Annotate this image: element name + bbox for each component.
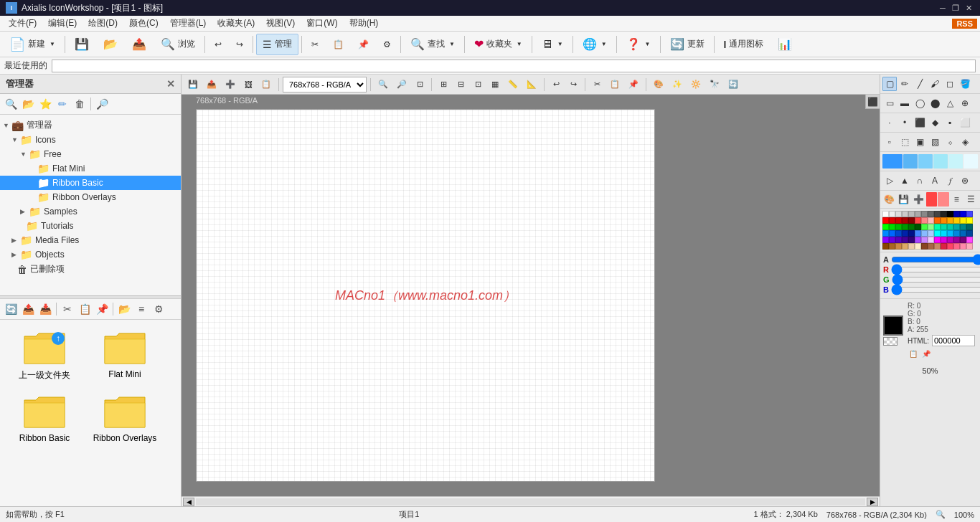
color-save-tool[interactable]: 💾 xyxy=(897,192,910,207)
green-slider[interactable] xyxy=(892,276,980,283)
canvas-add-btn[interactable]: ➕ xyxy=(222,77,239,92)
color-picker-tool[interactable]: 🎨 xyxy=(882,192,896,207)
color-list-tool[interactable]: ≡ xyxy=(950,192,963,207)
open-button[interactable]: 📂 xyxy=(97,34,124,55)
tool-extra[interactable]: ⊕ xyxy=(958,96,972,110)
canvas-format-select[interactable]: 768x768 - RGB/A xyxy=(283,77,367,92)
tree-item-ribbon-basic[interactable]: 📁 Ribbon Basic xyxy=(0,176,181,190)
paste-html-btn[interactable]: 📌 xyxy=(920,348,932,359)
tree-item-flat-mini[interactable]: 📁 Flat Mini xyxy=(0,161,181,176)
swatch-wheat[interactable] xyxy=(908,243,915,250)
swatch-blue[interactable] xyxy=(966,211,973,217)
swatch-cornflower[interactable] xyxy=(915,230,921,237)
menu-file[interactable]: 文件(F) xyxy=(3,16,42,31)
tree-item-root[interactable]: ▼ 💼 管理器 xyxy=(0,118,181,133)
swatch-light-pink[interactable] xyxy=(928,217,934,224)
mgr-bottom-btn8[interactable]: ≡ xyxy=(133,301,149,317)
swatch-red-dark[interactable] xyxy=(889,217,895,224)
swatch-maroon[interactable] xyxy=(902,217,908,224)
tool-eraser[interactable]: ◻ xyxy=(943,77,957,91)
swatch-orange-red[interactable] xyxy=(934,217,941,224)
tool-circle-fill[interactable]: ⬤ xyxy=(928,96,942,110)
swatch-camel[interactable] xyxy=(895,243,902,250)
swatch-purple-magenta[interactable] xyxy=(953,237,960,243)
swatch-gray-3[interactable] xyxy=(902,211,908,217)
tree-item-ribbon-overlays[interactable]: 📁 Ribbon Overlays xyxy=(0,190,181,204)
swatch-sky-blue[interactable] xyxy=(921,230,928,237)
export-button[interactable]: 📤 xyxy=(126,34,153,55)
menu-draw[interactable]: 绘图(D) xyxy=(83,16,123,31)
canvas-paste-btn[interactable]: 📌 xyxy=(625,77,642,92)
swatch-steel-blue[interactable] xyxy=(960,230,966,237)
color-btn-blue3[interactable] xyxy=(918,154,933,169)
mgr-bottom-btn3[interactable]: 📥 xyxy=(37,301,53,317)
tool-custom[interactable]: ⊛ xyxy=(958,174,972,188)
swatch-antique-white[interactable] xyxy=(915,243,921,250)
swatch-pink[interactable] xyxy=(921,217,928,224)
tool-pencil[interactable]: ✏ xyxy=(897,77,912,91)
swatch-gray-7[interactable] xyxy=(928,211,934,217)
canvas-copy2-btn[interactable]: 📋 xyxy=(606,77,623,92)
manage-button[interactable]: ☰ 管理 xyxy=(256,34,298,55)
tool-rect-outline[interactable]: ▭ xyxy=(882,96,897,110)
update-button[interactable]: 🔄 更新 xyxy=(664,34,711,55)
swatch-blue-deep[interactable] xyxy=(902,230,908,237)
swatch-dark-magenta[interactable] xyxy=(947,237,953,243)
swatch-very-dark-teal[interactable] xyxy=(966,224,973,230)
tool-line[interactable]: ╱ xyxy=(913,77,927,91)
mgr-bottom-btn4[interactable]: ✂ xyxy=(60,301,75,317)
color-btn-blue5[interactable] xyxy=(948,154,963,169)
swatch-lavender[interactable] xyxy=(928,237,934,243)
cut-button[interactable]: ✂ xyxy=(305,34,325,55)
file-item-flat-mini[interactable]: Flat Mini xyxy=(86,326,164,386)
swatch-salmon[interactable] xyxy=(915,217,921,224)
swatch-teal[interactable] xyxy=(953,224,960,230)
tree-item-media-files[interactable]: ▶ 📁 Media Files xyxy=(0,233,181,247)
swatch-light-rose[interactable] xyxy=(960,243,966,250)
swatch-white[interactable] xyxy=(882,211,889,217)
horizontal-scrollbar[interactable]: ◀ ▶ xyxy=(182,496,880,506)
tool-text[interactable]: A xyxy=(928,174,942,188)
swatch-hot-rose[interactable] xyxy=(953,243,960,250)
swatch-crimson[interactable] xyxy=(895,217,902,224)
redo-button[interactable]: ↪ xyxy=(230,34,250,55)
swatch-deep-sky[interactable] xyxy=(947,230,953,237)
swatch-yellow-orange[interactable] xyxy=(953,217,960,224)
swatch-blue-medium[interactable] xyxy=(895,230,902,237)
canvas-ruler2-btn[interactable]: 📐 xyxy=(523,77,540,92)
blue-slider[interactable] xyxy=(891,286,980,293)
swatch-rosy-brown[interactable] xyxy=(934,243,941,250)
tool-more4[interactable]: ▧ xyxy=(928,135,942,149)
swatch-dark-teal[interactable] xyxy=(960,224,966,230)
swatch-crimson-2[interactable] xyxy=(941,243,947,250)
menu-help[interactable]: 帮助(H) xyxy=(344,16,385,31)
mgr-open-btn[interactable]: 📂 xyxy=(20,96,36,112)
swatch-blue-bright[interactable] xyxy=(889,230,895,237)
tree-item-tutorials[interactable]: 📁 Tutorials xyxy=(0,219,181,233)
mgr-delete-btn[interactable]: 🗑 xyxy=(72,96,88,112)
tree-item-icons[interactable]: ▼ 📁 Icons xyxy=(0,133,181,147)
swatch-amber[interactable] xyxy=(947,217,953,224)
swatch-spring-green[interactable] xyxy=(934,224,941,230)
swatch-gray-6[interactable] xyxy=(921,211,928,217)
swatch-cyan[interactable] xyxy=(934,230,941,237)
swatch-indigo[interactable] xyxy=(908,237,915,243)
canvas-img-btn[interactable]: 🖼 xyxy=(240,77,256,92)
swatch-red[interactable] xyxy=(882,217,889,224)
manager-close-button[interactable]: ✕ xyxy=(166,78,175,90)
canvas-zoom-out-btn[interactable]: 🔎 xyxy=(393,77,410,92)
color-pink-tool[interactable] xyxy=(938,192,948,207)
swatch-dark-purple[interactable] xyxy=(895,237,902,243)
tool-more3[interactable]: ▣ xyxy=(913,135,927,149)
swatch-azure[interactable] xyxy=(882,230,889,237)
close-button[interactable]: ✕ xyxy=(963,2,974,14)
color-btn-blue6[interactable] xyxy=(963,154,978,169)
menu-edit[interactable]: 编辑(E) xyxy=(42,16,83,31)
tree-item-objects[interactable]: ▶ 📁 Objects xyxy=(0,247,181,262)
minimize-button[interactable]: ─ xyxy=(937,2,948,14)
mgr-bottom-btn7[interactable]: 📂 xyxy=(116,301,132,317)
tool-arrow[interactable]: ▷ xyxy=(882,174,897,188)
color-btn-blue2[interactable] xyxy=(903,154,918,169)
current-color-box[interactable] xyxy=(883,315,903,336)
mgr-star-btn[interactable]: ⭐ xyxy=(37,96,53,112)
